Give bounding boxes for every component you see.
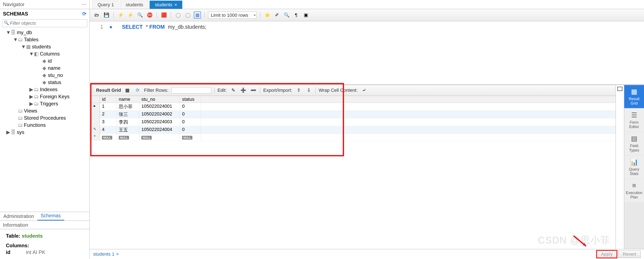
side-tab-field-types[interactable]: ▤Field Types [624,132,644,155]
schemas-header: SCHEMAS ⟳ [0,9,89,18]
breakpoint-icon[interactable]: ● [109,24,112,30]
tree-col-name[interactable]: ◆name [2,64,89,72]
edit-label: Edit: [218,88,227,93]
add-row-icon[interactable]: ➕ [240,87,247,94]
grid-icon[interactable]: ▦ [124,87,131,94]
info-table-name: students [22,233,43,239]
result-tab-students[interactable]: students 1 × [93,252,119,257]
line-number: 1 [95,24,103,30]
sql-keyword: FROM [149,24,165,30]
tree-table-students[interactable]: ▼▦students [2,43,89,50]
col-header-status[interactable]: status [180,96,201,103]
toggle-icon[interactable]: ▦ [194,11,201,19]
revert-button[interactable]: Revert [618,251,641,258]
search-icon[interactable]: 🔍 [283,11,290,19]
information-header: Information [0,221,89,229]
filter-objects-input[interactable] [2,19,87,27]
edit-row-icon[interactable]: ✎ [230,87,237,94]
tab-students-2[interactable]: students× [150,1,182,9]
import-icon[interactable]: ⇩ [305,87,312,94]
tree-columns[interactable]: ▼◧Columns [2,50,89,57]
panel-icon[interactable]: ▣ [302,11,310,19]
limit-rows-select[interactable]: Limit to 1000 rows [208,11,256,19]
side-tab-execution-plan[interactable]: ≡Execution Plan [624,179,644,202]
tree-db[interactable]: ▼🗄my_db [2,29,89,36]
file-tabs: Query 1 students students× [90,0,644,9]
apply-button[interactable]: Apply [596,251,617,258]
nav-bottom-tabs: Administration Schemas [0,212,89,221]
table-row-editing[interactable]: ✎ 4 王五 105022024004 0 [90,126,616,134]
tab-query1[interactable]: Query 1 [92,1,119,9]
toggle-side-icon[interactable] [617,87,622,91]
schemas-label: SCHEMAS [3,11,28,17]
save-icon[interactable]: 💾 [103,11,110,19]
tree-col-status[interactable]: ◆status [2,79,89,86]
side-tab-query-stats[interactable]: 📊Query Stats [624,156,644,179]
info-columns-label: Columns: [6,243,84,249]
navigator-header: Navigator ⋯ [0,0,89,9]
beautify-icon[interactable]: ✐ [273,11,280,19]
close-icon[interactable]: × [174,2,177,7]
sql-editor[interactable]: 1 ● SELECT * FROM my_db.students; [90,21,644,84]
tree-sys[interactable]: ▶🗄sys [2,129,89,136]
tab-students-1[interactable]: students [120,1,148,9]
redo-icon[interactable]: ◯ [184,11,191,19]
side-tab-result-grid[interactable]: ▦Result Grid [624,85,644,108]
export-label: Export/Import: [263,88,292,93]
nav-menu-icon[interactable]: ⋯ [82,1,86,7]
wrap-label: Wrap Cell Content: [319,88,358,93]
open-file-icon[interactable]: 🗁 [93,11,100,19]
result-side-tabs: ▦Result Grid ☰Form Editor ▤Field Types 📊… [624,85,644,249]
table-row[interactable]: ▸ 1 思小菲 105022024001 0 [90,103,616,111]
delete-row-icon[interactable]: ➖ [250,87,257,94]
undo-icon[interactable]: ◯ [174,11,182,19]
result-grid-label: Result Grid [96,88,121,93]
result-grid[interactable]: id name stu_no status ▸ 1 思小菲 1050220240… [90,96,616,141]
tab-administration[interactable]: Administration [0,212,37,221]
info-col-name: id [6,249,23,255]
close-icon[interactable]: × [116,252,119,257]
execute-icon[interactable]: ⚡ [117,11,124,19]
filter-rows-input[interactable] [172,87,211,93]
information-panel: Table: students Columns: idint AI PK [0,229,89,259]
sql-toolbar: 🗁 💾 ⚡ ⚡ 🔍 ⛔ 🟥 ◯ ◯ ▦ Limit to 1000 rows ⭐… [90,9,644,21]
refresh-icon[interactable]: ⟳ [134,87,141,94]
col-header-stuno[interactable]: stu_no [139,96,180,103]
tree-tables[interactable]: ▼🗂Tables [2,36,89,43]
info-col-type: int AI PK [26,249,45,255]
refresh-schemas-icon[interactable]: ⟳ [82,11,86,17]
result-footer: students 1 × Apply Revert [90,249,644,259]
commit-icon[interactable]: 🟥 [160,11,168,19]
side-tab-form-editor[interactable]: ☰Form Editor [624,109,644,132]
favorite-icon[interactable]: ⭐ [264,11,271,19]
tree-sprocs[interactable]: 🗂Stored Procedures [2,114,89,122]
info-table-label: Table: [6,233,20,239]
tree-indexes[interactable]: ▶🗂Indexes [2,86,89,93]
filter-rows-label: Filter Rows: [144,88,168,93]
export-icon[interactable]: ⇪ [295,87,302,94]
sql-keyword: SELECT [122,24,143,30]
tree-fks[interactable]: ▶🗂Foreign Keys [2,93,89,100]
wrap-icon[interactable]: ⤶ [360,87,368,94]
tree-views[interactable]: 🗂Views [2,107,89,114]
col-header-id[interactable]: id [100,96,117,103]
execute-step-icon[interactable]: ⚡ [127,11,134,19]
tree-funcs[interactable]: 🗂Functions [2,122,89,129]
tree-col-id[interactable]: ◆id [2,57,89,64]
tree-col-stuno[interactable]: ◆stu_no [2,72,89,79]
tree-triggers[interactable]: ▶🗂Triggers [2,100,89,107]
snippet-icon[interactable]: ¶ [293,11,300,19]
explain-icon[interactable]: 🔍 [136,11,144,19]
schema-tree: ▼🗄my_db ▼🗂Tables ▼▦students ▼◧Columns ◆i… [0,28,89,212]
stop-icon[interactable]: ⛔ [146,11,153,19]
tab-schemas[interactable]: Schemas [37,212,64,221]
table-row[interactable]: 3 李四 105022024003 0 [90,118,616,126]
table-row[interactable]: 2 张三 105022024002 0 [90,111,616,118]
navigator-label: Navigator [3,1,24,7]
result-toolbar: Result Grid ▦ ⟳ Filter Rows: Edit: ✎ ➕ ➖… [90,85,616,96]
table-row-new[interactable]: * NULL NULL NULL NULL [90,134,616,141]
col-header-name[interactable]: name [117,96,139,103]
